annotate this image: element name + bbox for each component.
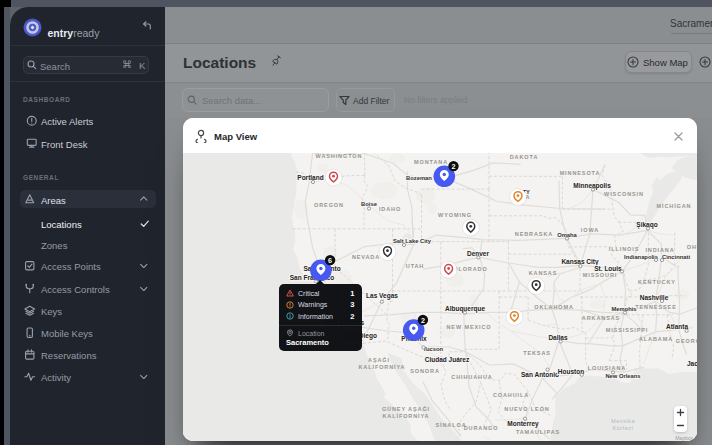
svg-text:Atlanta: Atlanta — [666, 323, 688, 330]
svg-text:Tucson: Tucson — [423, 346, 444, 352]
svg-text:Ciudad Juárez: Ciudad Juárez — [425, 356, 470, 363]
svg-text:IOWA: IOWA — [581, 227, 599, 233]
svg-text:Las Vegas: Las Vegas — [366, 292, 398, 300]
svg-text:CHIHUAHUA: CHIHUAHUA — [451, 374, 492, 380]
svg-text:NEW MEXICO: NEW MEXICO — [446, 324, 491, 330]
svg-text:2: 2 — [421, 316, 425, 325]
svg-text:TENNESSEE: TENNESSEE — [635, 304, 676, 310]
svg-text:SİNALOA: SİNALOA — [435, 422, 466, 428]
svg-text:Nashville: Nashville — [640, 294, 669, 301]
svg-text:Mexsika: Mexsika — [611, 418, 635, 424]
svg-text:MİCHİGAN: MİCHİGAN — [656, 203, 691, 209]
svg-text:MINNESOTA: MINNESOTA — [560, 170, 601, 176]
svg-text:WYOMING: WYOMING — [438, 212, 472, 218]
svg-text:SONORA: SONORA — [410, 368, 440, 374]
svg-text:IDAHO: IDAHO — [379, 206, 401, 212]
svg-text:OHI: OHI — [687, 244, 697, 250]
svg-text:Monterrey: Monterrey — [507, 420, 539, 428]
svg-text:TAMAULIPAS: TAMAULIPAS — [516, 429, 560, 435]
svg-text:KALİFORNİYA: KALİFORNİYA — [383, 413, 430, 419]
svg-text:WISCONSIN: WISCONSIN — [604, 191, 644, 197]
svg-text:MISSISSIPPI: MISSISSIPPI — [606, 327, 649, 333]
svg-text:DURANGO: DURANGO — [464, 425, 499, 431]
svg-text:OREGON: OREGON — [314, 202, 344, 208]
svg-text:Jack: Jack — [687, 360, 697, 367]
svg-text:New Orleans: New Orleans — [605, 373, 640, 379]
svg-text:ARKANSAS: ARKANSAS — [582, 315, 620, 321]
svg-text:MISSOURI: MISSOURI — [583, 272, 617, 278]
svg-text:6: 6 — [328, 256, 332, 265]
svg-text:LOUISIANA: LOUISIANA — [588, 365, 626, 371]
svg-text:UTAH: UTAH — [406, 263, 424, 269]
svg-text:GEORGIA: GEORGIA — [676, 338, 697, 344]
svg-text:Körfəzi: Körfəzi — [613, 425, 634, 431]
svg-text:ALABAMA: ALABAMA — [639, 336, 673, 342]
svg-text:WASHINGTON: WASHINGTON — [316, 153, 363, 159]
svg-text:TEKSAS: TEKSAS — [523, 350, 551, 356]
svg-text:INDIANA: INDIANA — [645, 247, 674, 253]
svg-text:Bozeman: Bozeman — [406, 175, 432, 181]
svg-text:Salt Lake City: Salt Lake City — [393, 238, 432, 244]
svg-text:NEBRASKA: NEBRASKA — [515, 231, 553, 237]
svg-text:Denver: Denver — [467, 250, 490, 257]
svg-text:2: 2 — [452, 162, 456, 171]
svg-text:Dallas: Dallas — [548, 334, 568, 341]
svg-text:ILLINOIS: ILLINOIS — [609, 246, 639, 252]
svg-text:St. Louis: St. Louis — [594, 265, 622, 272]
svg-text:DAKOTA: DAKOTA — [510, 154, 539, 160]
svg-text:Boise: Boise — [361, 201, 378, 207]
svg-text:KENTUCKY: KENTUCKY — [638, 279, 676, 285]
svg-text:Portland: Portland — [297, 174, 323, 181]
svg-text:KALİFORNİYA: KALİFORNİYA — [359, 364, 406, 370]
svg-text:KANSAS: KANSAS — [529, 270, 558, 276]
svg-text:GÜNEY AŞAĞI: GÜNEY AŞAĞI — [382, 405, 430, 412]
svg-text:Cincinnati: Cincinnati — [662, 254, 690, 260]
svg-text:OKLAHOMA: OKLAHOMA — [534, 304, 574, 310]
svg-text:NEVADA: NEVADA — [352, 254, 380, 260]
svg-text:COAHUILA: COAHUILA — [493, 392, 529, 398]
svg-text:AŞAĞI: AŞAĞI — [368, 356, 390, 363]
svg-text:Indianapolis: Indianapolis — [624, 254, 658, 260]
svg-text:San Antonio: San Antonio — [521, 371, 559, 378]
svg-text:MONTANA: MONTANA — [414, 159, 448, 165]
svg-text:NUEVO LEÓN: NUEVO LEÓN — [504, 405, 549, 412]
